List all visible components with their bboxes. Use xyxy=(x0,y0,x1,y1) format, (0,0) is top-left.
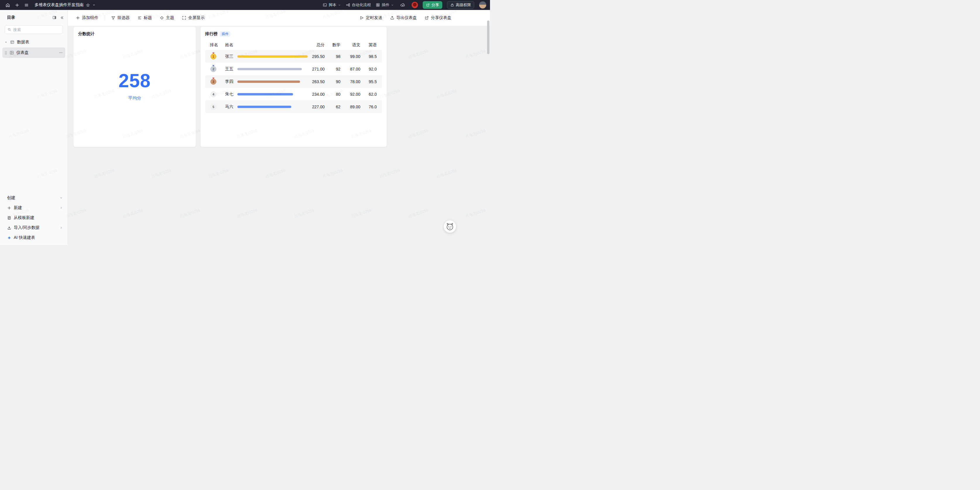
fullscreen-button[interactable]: 全屏显示 xyxy=(182,15,205,21)
datatable-icon xyxy=(10,40,14,45)
add-widget-button[interactable]: 添加组件 xyxy=(76,15,99,21)
page-scrollbar xyxy=(487,12,489,240)
app-window: 多维表仪表盘插件开发指南 脚本 自动化流程 插件 xyxy=(0,0,490,245)
app-avatar[interactable] xyxy=(412,2,418,8)
script-menu[interactable]: 脚本 xyxy=(323,2,341,8)
search-box[interactable] xyxy=(5,25,63,34)
math-score: 92 xyxy=(327,67,340,72)
more-actions-button[interactable] xyxy=(59,51,63,55)
math-score: 80 xyxy=(327,92,340,97)
student-name: 马六 xyxy=(225,104,235,110)
help-mascot-button[interactable] xyxy=(444,220,456,233)
filter-icon xyxy=(111,16,116,20)
import-sync-label: 导入/同步数据 xyxy=(14,225,40,231)
chinese-score: 89.00 xyxy=(343,105,360,109)
ai-sparkle-icon xyxy=(7,235,11,240)
stats-widget-body: 258 平均分 xyxy=(73,39,196,147)
ai-table-label: AI 快速建表 xyxy=(14,235,35,240)
create-section-toggle[interactable]: 创建 xyxy=(0,193,68,203)
sidebar-item-label: 仪表盘 xyxy=(16,50,29,55)
title-button[interactable]: 标题 xyxy=(137,15,152,21)
silver-medal-icon: 2 xyxy=(210,66,216,72)
score-bar xyxy=(237,68,302,70)
sidebar-header: 目录 xyxy=(0,12,68,24)
new-from-template-button[interactable]: 从模板新建 xyxy=(0,213,68,223)
student-name: 李四 xyxy=(225,79,235,84)
sidebar-footer: 创建 新建 从模板新建 导入/同步数据 xyxy=(0,193,68,243)
drag-handle-icon[interactable] xyxy=(5,51,7,55)
document-title-menu[interactable]: 多维表仪表盘插件开发指南 xyxy=(35,2,96,8)
chevron-down-icon xyxy=(59,196,63,200)
chevron-down-icon xyxy=(92,3,96,7)
expand-caret-icon[interactable] xyxy=(5,41,8,44)
plus-icon xyxy=(7,206,11,210)
theme-button[interactable]: 主题 xyxy=(159,15,174,21)
automation-menu[interactable]: 自动化流程 xyxy=(346,2,371,8)
new-doc-button[interactable] xyxy=(13,1,21,9)
automation-icon xyxy=(346,3,350,7)
ranking-row: 3 李四 263.50 90 78.00 95.5 xyxy=(205,75,382,88)
main-area: 添加组件 筛选器 标题 主题 全屏显示 xyxy=(68,10,490,245)
collapse-sidebar-icon[interactable] xyxy=(60,16,64,20)
dashboard-canvas: 分数统计 258 平均分 排行榜 插件 排名 xyxy=(68,26,490,245)
share-icon xyxy=(425,16,429,20)
export-dashboard-button[interactable]: 导出仪表盘 xyxy=(390,15,417,21)
score-bar xyxy=(237,55,308,58)
sidebar-item-datatable[interactable]: 数据表 xyxy=(2,37,65,48)
menu-button[interactable] xyxy=(22,1,30,9)
plugin-label: 插件 xyxy=(382,2,389,8)
create-label: 创建 xyxy=(7,195,15,200)
total-score: 263.50 xyxy=(310,80,325,84)
share-button[interactable]: 分享 xyxy=(423,1,442,9)
cat-mascot-icon xyxy=(445,222,455,231)
filter-button[interactable]: 筛选器 xyxy=(111,15,130,21)
student-name: 张三 xyxy=(225,54,235,59)
ranking-widget[interactable]: 排行榜 插件 排名 姓名 总分 数学 语文 英语 xyxy=(200,26,387,147)
title-icon xyxy=(137,16,142,20)
import-sync-button[interactable]: 导入/同步数据 xyxy=(0,223,68,233)
star-icon[interactable] xyxy=(86,3,90,7)
score-bar xyxy=(237,106,291,108)
user-avatar[interactable] xyxy=(479,1,487,9)
template-icon xyxy=(7,216,11,220)
sidebar-item-dashboard[interactable]: 仪表盘 xyxy=(2,48,65,58)
english-score: 76.0 xyxy=(363,105,377,109)
new-item-button[interactable]: 新建 xyxy=(0,203,68,213)
search-input[interactable] xyxy=(13,27,60,32)
theme-label: 主题 xyxy=(166,15,174,21)
student-name: 朱七 xyxy=(225,92,235,97)
home-button[interactable] xyxy=(3,1,12,9)
col-math: 数学 xyxy=(327,43,340,48)
stats-widget[interactable]: 分数统计 258 平均分 xyxy=(73,26,196,147)
sync-status-button[interactable] xyxy=(399,1,407,9)
col-english: 英语 xyxy=(363,43,377,48)
plugin-icon xyxy=(375,3,380,7)
average-score-label: 平均分 xyxy=(128,95,142,101)
total-score: 271.00 xyxy=(310,67,325,72)
panel-toggle-icon[interactable] xyxy=(52,15,57,20)
advanced-permission-button[interactable]: 高级权限 xyxy=(447,1,474,9)
plus-icon xyxy=(76,16,80,20)
english-score: 98.5 xyxy=(363,54,377,59)
scheduled-send-button[interactable]: 定时发送 xyxy=(360,15,382,21)
script-icon xyxy=(323,3,327,7)
share-dashboard-button[interactable]: 分享仪表盘 xyxy=(425,15,451,21)
rank-badge: 5 xyxy=(210,104,216,110)
scrollbar-thumb[interactable] xyxy=(487,21,489,54)
share-dashboard-label: 分享仪表盘 xyxy=(431,15,451,21)
chevron-down-icon xyxy=(391,3,394,7)
col-name: 姓名 xyxy=(225,43,235,48)
automation-label: 自动化流程 xyxy=(352,2,371,8)
dashboard-toolbar: 添加组件 筛选器 标题 主题 全屏显示 xyxy=(68,10,490,26)
dashboard-icon xyxy=(10,50,14,55)
scheduled-send-label: 定时发送 xyxy=(366,15,382,21)
ai-quick-table-button[interactable]: AI 快速建表 xyxy=(0,233,68,243)
fullscreen-label: 全屏显示 xyxy=(188,15,205,21)
cloud-check-icon xyxy=(400,2,406,8)
toolbar-right: 定时发送 导出仪表盘 分享仪表盘 xyxy=(360,15,451,21)
export-dashboard-label: 导出仪表盘 xyxy=(396,15,417,21)
chinese-score: 92.00 xyxy=(343,92,360,97)
plugin-menu[interactable]: 插件 xyxy=(375,2,394,8)
english-score: 62.0 xyxy=(363,92,377,97)
share-label: 分享 xyxy=(431,2,439,8)
